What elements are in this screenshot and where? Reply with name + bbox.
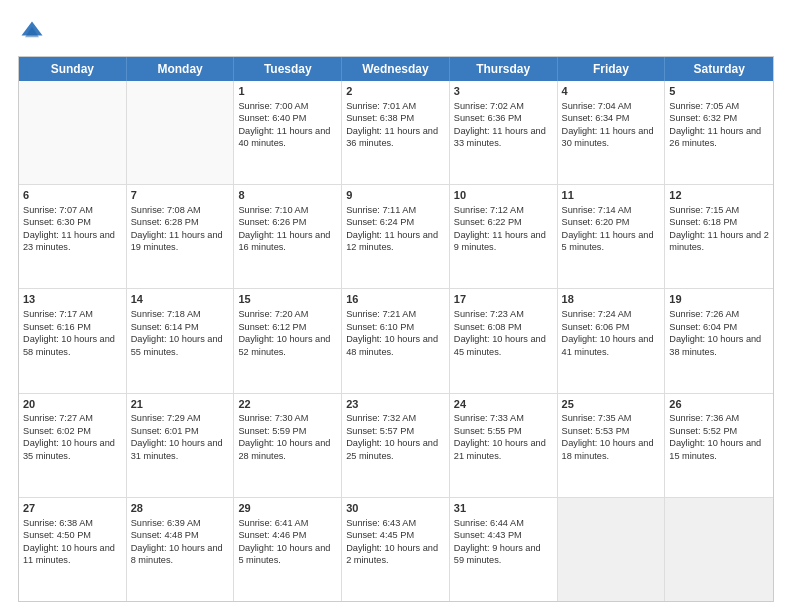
day-info: Sunrise: 7:29 AM bbox=[131, 413, 201, 423]
weekday-header: Monday bbox=[127, 57, 235, 81]
day-number: 21 bbox=[131, 397, 230, 412]
day-info: Sunset: 6:20 PM bbox=[562, 217, 630, 227]
weekday-header: Friday bbox=[558, 57, 666, 81]
day-number: 23 bbox=[346, 397, 445, 412]
calendar-cell: 15Sunrise: 7:20 AMSunset: 6:12 PMDayligh… bbox=[234, 289, 342, 392]
day-info: Daylight: 10 hours and 28 minutes. bbox=[238, 438, 330, 460]
day-info: Sunset: 5:53 PM bbox=[562, 426, 630, 436]
day-number: 20 bbox=[23, 397, 122, 412]
day-number: 30 bbox=[346, 501, 445, 516]
day-number: 2 bbox=[346, 84, 445, 99]
calendar-cell: 21Sunrise: 7:29 AMSunset: 6:01 PMDayligh… bbox=[127, 394, 235, 497]
day-number: 31 bbox=[454, 501, 553, 516]
day-info: Daylight: 10 hours and 48 minutes. bbox=[346, 334, 438, 356]
day-info: Sunset: 6:40 PM bbox=[238, 113, 306, 123]
calendar-row: 1Sunrise: 7:00 AMSunset: 6:40 PMDaylight… bbox=[19, 81, 773, 185]
day-info: Sunset: 6:01 PM bbox=[131, 426, 199, 436]
logo bbox=[18, 18, 50, 46]
day-number: 3 bbox=[454, 84, 553, 99]
day-number: 19 bbox=[669, 292, 769, 307]
day-number: 22 bbox=[238, 397, 337, 412]
calendar-cell: 3Sunrise: 7:02 AMSunset: 6:36 PMDaylight… bbox=[450, 81, 558, 184]
day-number: 7 bbox=[131, 188, 230, 203]
day-info: Sunset: 5:55 PM bbox=[454, 426, 522, 436]
day-info: Sunset: 4:48 PM bbox=[131, 530, 199, 540]
day-info: Sunset: 4:50 PM bbox=[23, 530, 91, 540]
day-info: Daylight: 10 hours and 21 minutes. bbox=[454, 438, 546, 460]
day-number: 28 bbox=[131, 501, 230, 516]
day-number: 27 bbox=[23, 501, 122, 516]
day-info: Sunset: 6:04 PM bbox=[669, 322, 737, 332]
day-info: Sunrise: 7:15 AM bbox=[669, 205, 739, 215]
day-info: Sunset: 6:06 PM bbox=[562, 322, 630, 332]
day-info: Sunset: 6:32 PM bbox=[669, 113, 737, 123]
day-info: Sunset: 6:38 PM bbox=[346, 113, 414, 123]
calendar-row: 13Sunrise: 7:17 AMSunset: 6:16 PMDayligh… bbox=[19, 289, 773, 393]
day-info: Sunrise: 7:18 AM bbox=[131, 309, 201, 319]
day-info: Daylight: 11 hours and 26 minutes. bbox=[669, 126, 761, 148]
day-info: Sunrise: 7:21 AM bbox=[346, 309, 416, 319]
day-info: Sunset: 6:24 PM bbox=[346, 217, 414, 227]
day-info: Sunrise: 7:12 AM bbox=[454, 205, 524, 215]
day-info: Sunset: 4:46 PM bbox=[238, 530, 306, 540]
day-info: Sunrise: 6:38 AM bbox=[23, 518, 93, 528]
logo-icon bbox=[18, 18, 46, 46]
day-info: Daylight: 11 hours and 16 minutes. bbox=[238, 230, 330, 252]
day-info: Sunrise: 7:33 AM bbox=[454, 413, 524, 423]
day-number: 4 bbox=[562, 84, 661, 99]
day-info: Sunrise: 7:23 AM bbox=[454, 309, 524, 319]
day-info: Sunrise: 7:07 AM bbox=[23, 205, 93, 215]
day-number: 10 bbox=[454, 188, 553, 203]
day-info: Sunrise: 7:30 AM bbox=[238, 413, 308, 423]
weekday-header: Tuesday bbox=[234, 57, 342, 81]
day-number: 13 bbox=[23, 292, 122, 307]
day-number: 8 bbox=[238, 188, 337, 203]
calendar: SundayMondayTuesdayWednesdayThursdayFrid… bbox=[18, 56, 774, 602]
day-info: Daylight: 11 hours and 19 minutes. bbox=[131, 230, 223, 252]
weekday-header: Sunday bbox=[19, 57, 127, 81]
calendar-cell: 18Sunrise: 7:24 AMSunset: 6:06 PMDayligh… bbox=[558, 289, 666, 392]
day-number: 1 bbox=[238, 84, 337, 99]
day-info: Daylight: 10 hours and 38 minutes. bbox=[669, 334, 761, 356]
calendar-cell: 31Sunrise: 6:44 AMSunset: 4:43 PMDayligh… bbox=[450, 498, 558, 601]
calendar-cell: 13Sunrise: 7:17 AMSunset: 6:16 PMDayligh… bbox=[19, 289, 127, 392]
day-info: Daylight: 10 hours and 25 minutes. bbox=[346, 438, 438, 460]
day-info: Daylight: 10 hours and 45 minutes. bbox=[454, 334, 546, 356]
weekday-header: Wednesday bbox=[342, 57, 450, 81]
day-info: Daylight: 9 hours and 59 minutes. bbox=[454, 543, 541, 565]
day-info: Sunrise: 7:24 AM bbox=[562, 309, 632, 319]
day-info: Sunset: 4:43 PM bbox=[454, 530, 522, 540]
day-info: Daylight: 10 hours and 35 minutes. bbox=[23, 438, 115, 460]
day-info: Daylight: 10 hours and 18 minutes. bbox=[562, 438, 654, 460]
day-info: Sunset: 6:02 PM bbox=[23, 426, 91, 436]
calendar-cell: 29Sunrise: 6:41 AMSunset: 4:46 PMDayligh… bbox=[234, 498, 342, 601]
calendar-cell bbox=[558, 498, 666, 601]
calendar-body: 1Sunrise: 7:00 AMSunset: 6:40 PMDaylight… bbox=[19, 81, 773, 601]
day-info: Sunrise: 7:08 AM bbox=[131, 205, 201, 215]
day-info: Sunrise: 6:43 AM bbox=[346, 518, 416, 528]
calendar-cell: 5Sunrise: 7:05 AMSunset: 6:32 PMDaylight… bbox=[665, 81, 773, 184]
day-info: Sunrise: 7:10 AM bbox=[238, 205, 308, 215]
day-number: 16 bbox=[346, 292, 445, 307]
calendar-cell: 28Sunrise: 6:39 AMSunset: 4:48 PMDayligh… bbox=[127, 498, 235, 601]
day-info: Sunrise: 6:41 AM bbox=[238, 518, 308, 528]
calendar-cell: 25Sunrise: 7:35 AMSunset: 5:53 PMDayligh… bbox=[558, 394, 666, 497]
day-info: Sunset: 6:36 PM bbox=[454, 113, 522, 123]
day-info: Sunrise: 7:27 AM bbox=[23, 413, 93, 423]
calendar-cell: 26Sunrise: 7:36 AMSunset: 5:52 PMDayligh… bbox=[665, 394, 773, 497]
day-info: Sunrise: 7:04 AM bbox=[562, 101, 632, 111]
day-info: Daylight: 11 hours and 33 minutes. bbox=[454, 126, 546, 148]
day-info: Sunset: 6:18 PM bbox=[669, 217, 737, 227]
day-info: Sunset: 6:10 PM bbox=[346, 322, 414, 332]
day-number: 11 bbox=[562, 188, 661, 203]
day-info: Sunrise: 7:00 AM bbox=[238, 101, 308, 111]
day-info: Daylight: 11 hours and 12 minutes. bbox=[346, 230, 438, 252]
day-info: Daylight: 10 hours and 5 minutes. bbox=[238, 543, 330, 565]
day-info: Daylight: 11 hours and 30 minutes. bbox=[562, 126, 654, 148]
day-info: Sunset: 6:14 PM bbox=[131, 322, 199, 332]
day-info: Sunrise: 7:05 AM bbox=[669, 101, 739, 111]
calendar-header: SundayMondayTuesdayWednesdayThursdayFrid… bbox=[19, 57, 773, 81]
calendar-cell: 27Sunrise: 6:38 AMSunset: 4:50 PMDayligh… bbox=[19, 498, 127, 601]
calendar-cell: 19Sunrise: 7:26 AMSunset: 6:04 PMDayligh… bbox=[665, 289, 773, 392]
calendar-cell: 8Sunrise: 7:10 AMSunset: 6:26 PMDaylight… bbox=[234, 185, 342, 288]
